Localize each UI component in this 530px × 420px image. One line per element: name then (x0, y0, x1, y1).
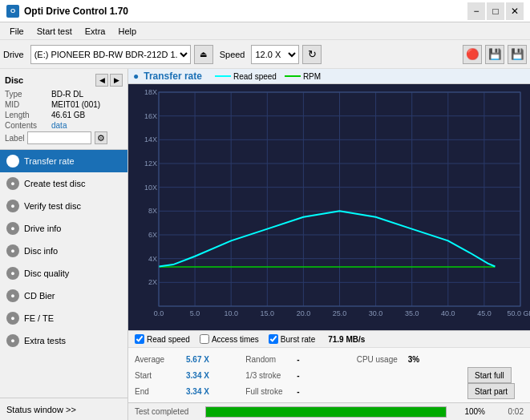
disc-length-value: 46.61 GB (51, 111, 85, 119)
speed-select[interactable]: 12.0 X (251, 45, 299, 64)
disc-mid-label: MID (5, 100, 48, 109)
legend-color-read-speed (215, 75, 231, 77)
legend-rpm: RPM (285, 72, 321, 81)
stat-label-1-3-stroke: 1/3 stroke (245, 371, 293, 380)
title-bar: O Opti Drive Control 1.70 − □ ✕ (0, 0, 530, 22)
toolbar: Drive (E:) PIONEER BD-RW BDR-212D 1.00 ⏏… (0, 40, 530, 69)
stat-label-end: End (135, 387, 183, 396)
status-text: Test completed (135, 407, 199, 416)
app-icon: O (6, 5, 19, 18)
nav-item-cd-bier[interactable]: ● CD Bier (0, 285, 127, 307)
nav-item-drive-info[interactable]: ● Drive info (0, 217, 127, 240)
nav-label-disc-quality: Disc quality (24, 269, 69, 278)
disc-mid-value: MEIT01 (001) (51, 100, 100, 109)
nav-icon-verify-test-disc: ● (6, 200, 19, 212)
stat-value-1-3-stroke: - (297, 371, 299, 380)
stats-average: Average 5.67 X (135, 355, 245, 364)
nav-label-verify-test-disc: Verify test disc (24, 201, 81, 211)
tool-btn-1[interactable]: 🔴 (463, 45, 482, 64)
progress-percentage: 100% (453, 407, 485, 416)
checkbox-burst-rate-input[interactable] (269, 334, 278, 344)
chart-title: Transfer rate (144, 71, 202, 82)
chart-legend: Read speed RPM (215, 72, 321, 81)
content-area: ● Transfer rate Read speed RPM Read spe (128, 69, 530, 420)
minimize-button[interactable]: − (467, 2, 485, 20)
legend-read-speed: Read speed (215, 72, 277, 81)
nav-icon-fe-te: ● (6, 312, 19, 325)
chart-area (128, 84, 530, 330)
disc-label-btn[interactable]: ⚙ (95, 131, 107, 144)
stats-cpu: CPU usage 3% (357, 355, 467, 364)
stats-full-stroke: Full stroke - (245, 387, 356, 396)
checkbox-access-times: Access times (200, 334, 259, 344)
status-window-label: Status window >> (6, 405, 76, 414)
status-window-button[interactable]: Status window >> (0, 398, 127, 420)
checkbox-burst-rate-label: Burst rate (281, 335, 315, 344)
menu-help[interactable]: Help (111, 25, 143, 38)
checkbox-access-times-input[interactable] (200, 334, 209, 344)
stats-row-2: Start 3.34 X 1/3 stroke - Start full (135, 367, 524, 383)
checkbox-access-times-label: Access times (212, 335, 259, 344)
stats-random: Random - (245, 355, 356, 364)
stats-end: End 3.34 X (135, 387, 245, 396)
stat-value-cpu: 3% (408, 355, 419, 364)
disc-section: Disc ◀ ▶ Type BD-R DL MID MEIT01 (001) L… (0, 69, 127, 150)
disc-icon-2[interactable]: ▶ (110, 74, 123, 87)
eject-button[interactable]: ⏏ (194, 45, 213, 64)
checkbox-burst-rate: Burst rate (269, 334, 315, 344)
nav-item-verify-test-disc[interactable]: ● Verify test disc (0, 195, 127, 217)
nav-icon-disc-quality: ● (6, 267, 19, 280)
progress-time: 0:02 (492, 407, 524, 416)
stat-value-start: 3.34 X (186, 371, 209, 380)
disc-contents-label: Contents (5, 121, 48, 130)
nav-label-cd-bier: CD Bier (24, 291, 55, 301)
stat-label-cpu: CPU usage (357, 355, 405, 364)
nav-icon-drive-info: ● (6, 222, 19, 235)
disc-title: Disc (5, 75, 23, 85)
refresh-button[interactable]: ↻ (302, 45, 322, 64)
drive-select[interactable]: (E:) PIONEER BD-RW BDR-212D 1.00 (30, 45, 191, 64)
disc-icon-1[interactable]: ◀ (95, 74, 108, 87)
nav-item-disc-quality[interactable]: ● Disc quality (0, 262, 127, 285)
nav-item-transfer-rate[interactable]: ● Transfer rate (0, 150, 127, 172)
maximize-button[interactable]: □ (487, 2, 504, 20)
start-full-button[interactable]: Start full (467, 367, 512, 383)
nav-label-drive-info: Drive info (24, 224, 61, 233)
disc-label-input[interactable] (27, 131, 91, 144)
disc-type-value: BD-R DL (51, 90, 83, 99)
stat-value-full-stroke: - (297, 387, 299, 396)
stat-label-start: Start (135, 371, 183, 380)
stat-value-end: 3.34 X (186, 387, 209, 396)
start-part-button[interactable]: Start part (467, 383, 515, 399)
checkbox-read-speed: Read speed (135, 334, 190, 344)
stat-value-average: 5.67 X (186, 355, 209, 364)
tool-btn-2[interactable]: 💾 (485, 45, 504, 64)
tool-btn-3[interactable]: 💾 (508, 45, 527, 64)
disc-length-label: Length (5, 111, 48, 119)
checkbox-read-speed-input[interactable] (135, 334, 144, 344)
menu-extra[interactable]: Extra (79, 25, 112, 38)
menu-start-test[interactable]: Start test (30, 25, 79, 38)
stat-value-random: - (297, 355, 299, 364)
nav-icon-create-test-disc: ● (6, 177, 19, 190)
stats-area: Average 5.67 X Random - CPU usage 3% Sta… (128, 347, 530, 402)
nav-item-extra-tests[interactable]: ● Extra tests (0, 329, 127, 352)
stats-row-3: End 3.34 X Full stroke - Start part (135, 383, 524, 399)
nav-label-create-test-disc: Create test disc (24, 179, 85, 188)
app-title: Opti Drive Control 1.70 (24, 6, 128, 17)
sidebar: Disc ◀ ▶ Type BD-R DL MID MEIT01 (001) L… (0, 69, 128, 420)
burst-rate-value: 71.9 MB/s (328, 335, 365, 344)
nav-item-disc-info[interactable]: ● Disc info (0, 240, 127, 262)
stat-label-average: Average (135, 355, 183, 364)
nav-icon-cd-bier: ● (6, 289, 19, 302)
chart-controls: Read speed Access times Burst rate 71.9 … (128, 330, 530, 347)
menu-file[interactable]: File (3, 25, 30, 38)
stats-start: Start 3.34 X (135, 371, 245, 380)
nav-item-fe-te[interactable]: ● FE / TE (0, 307, 127, 329)
close-button[interactable]: ✕ (506, 2, 524, 20)
nav-item-create-test-disc[interactable]: ● Create test disc (0, 172, 127, 195)
nav-items: ● Transfer rate ● Create test disc ● Ver… (0, 150, 127, 398)
stat-label-random: Random (245, 355, 293, 364)
menu-bar: File Start test Extra Help (0, 22, 530, 40)
chart-header: ● Transfer rate Read speed RPM (128, 69, 530, 84)
